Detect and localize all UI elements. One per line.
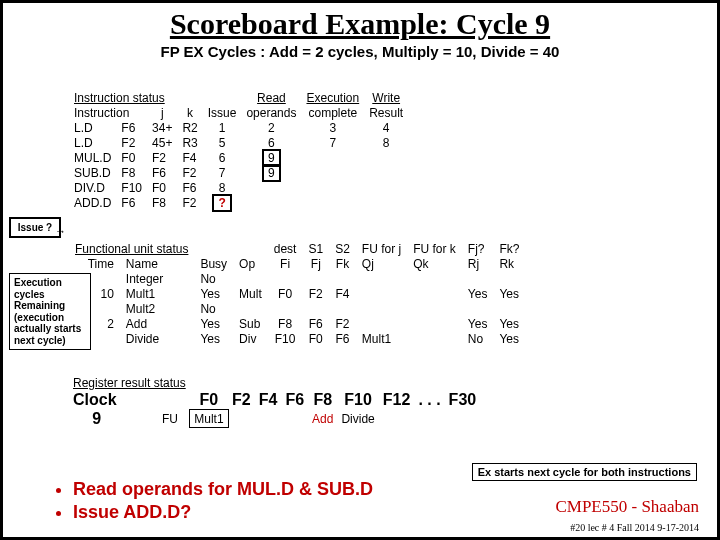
table-row: L.DF245+R35678 [69, 135, 408, 150]
bullet-list: Read operands for MUL.D & SUB.D Issue AD… [33, 479, 373, 525]
slide-title: Scoreboard Example: Cycle 9 [3, 7, 717, 41]
table-row: Mult2No [69, 301, 525, 316]
bullet-item: Issue ADD.D? [73, 502, 373, 523]
arrow-right-icon: → [55, 225, 66, 237]
table-row: 10Mult1YesMultF0F2F4YesYes [69, 286, 525, 301]
register-result-table: Register result status Clock F0F2F4 F6F8… [69, 375, 480, 428]
table-row: SUB.DF8F6F279 [69, 165, 408, 180]
slide-subtitle: FP EX Cycles : Add = 2 cycles, Multiply … [3, 43, 717, 60]
table-row: ADD.DF6F8F2? [69, 195, 408, 210]
table-row: DivideYesDivF10F0F6Mult1NoYes [69, 331, 525, 346]
issue-question-box: Issue ? [9, 217, 61, 238]
table-row: MUL.DF0F2F469 [69, 150, 408, 165]
table-row: 2AddYesSubF8F6F2YesYes [69, 316, 525, 331]
table-row: DIV.DF10F0F68 [69, 180, 408, 195]
table-row: L.DF634+R21234 [69, 120, 408, 135]
course-footer: CMPE550 - Shaaban [555, 497, 699, 517]
istat-heading: Instruction status [69, 90, 203, 105]
table-row: IntegerNo [69, 271, 525, 286]
functional-unit-status-table: Functional unit statusdestS1S2FU for jFU… [69, 241, 525, 346]
instruction-status-table: Instruction status Read Execution Write … [69, 90, 408, 210]
lecture-footer: #20 lec # 4 Fall 2014 9-17-2014 [570, 522, 699, 533]
ex-starts-note: Ex starts next cycle for both instructio… [472, 463, 697, 481]
bullet-item: Read operands for MUL.D & SUB.D [73, 479, 373, 500]
